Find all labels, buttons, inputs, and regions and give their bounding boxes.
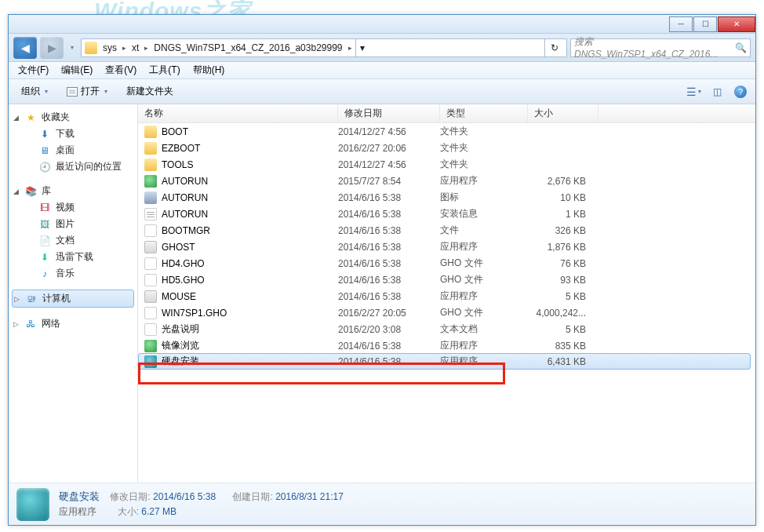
- file-row[interactable]: WIN7SP1.GHO2016/2/27 20:05GHO 文件4,000,24…: [138, 304, 755, 321]
- sidebar-favorites[interactable]: ◢★收藏夹: [9, 109, 137, 126]
- col-header-type[interactable]: 类型: [440, 104, 528, 122]
- file-row[interactable]: 镜像浏览2014/6/16 5:38应用程序835 KB: [138, 337, 755, 354]
- file-row[interactable]: AUTORUN2015/7/27 8:54应用程序2,676 KB: [138, 173, 755, 189]
- sidebar-libraries[interactable]: ◢📚库: [9, 183, 137, 199]
- sidebar-item-music[interactable]: ♪音乐: [9, 265, 137, 282]
- file-date: 2014/6/16 5:38: [338, 341, 440, 352]
- file-row[interactable]: GHOST2014/6/16 5:38应用程序1,876 KB: [138, 239, 755, 255]
- search-input[interactable]: 搜索 DNGS_Win7SP1_x64_CZ_2016... 🔍: [570, 38, 751, 57]
- file-row[interactable]: TOOLS2014/12/27 4:56文件夹: [138, 156, 755, 173]
- breadcrumb-drop[interactable]: ▾: [355, 38, 369, 57]
- breadcrumb-item[interactable]: xt: [129, 42, 141, 53]
- maximize-button[interactable]: ☐: [693, 16, 717, 32]
- file-row[interactable]: AUTORUN2014/6/16 5:38安装信息1 KB: [138, 206, 755, 222]
- chevron-right-icon[interactable]: ▸: [119, 44, 129, 52]
- preview-pane-button[interactable]: ◫: [708, 83, 726, 100]
- details-create-label: 创建日期:: [232, 491, 272, 502]
- sidebar-item-xunlei[interactable]: ⬇迅雷下载: [9, 249, 137, 265]
- file-row[interactable]: 光盘说明2016/2/20 3:08文本文档5 KB: [138, 321, 755, 337]
- file-row[interactable]: BOOT2014/12/27 4:56文件夹: [138, 123, 755, 140]
- file-size: 93 KB: [528, 275, 592, 286]
- sidebar-computer[interactable]: ▷🖳计算机: [12, 290, 134, 308]
- details-size-value: 6.27 MB: [141, 506, 176, 517]
- close-button[interactable]: ✕: [718, 16, 755, 32]
- refresh-button[interactable]: ↻: [544, 38, 563, 57]
- col-header-name[interactable]: 名称: [138, 104, 338, 122]
- sidebar-item-pictures[interactable]: 🖼图片: [9, 216, 137, 232]
- file-date: 2016/2/20 3:08: [338, 324, 440, 335]
- sidebar-network[interactable]: ▷🖧网络: [9, 315, 137, 332]
- breadcrumb-item[interactable]: DNGS_Win7SP1_x64_CZ_2016_a03b29999: [151, 42, 344, 53]
- open-button[interactable]: 打开▾: [60, 82, 114, 100]
- file-row[interactable]: HD5.GHO2014/6/16 5:38GHO 文件93 KB: [138, 271, 755, 288]
- file-icon: [144, 274, 157, 286]
- view-mode-button[interactable]: ☰▾: [685, 83, 702, 100]
- file-name: HD4.GHO: [162, 258, 205, 269]
- file-icon: [144, 290, 157, 303]
- file-size: 5 KB: [528, 324, 592, 335]
- menu-edit[interactable]: 编辑(E): [56, 62, 97, 78]
- menu-view[interactable]: 查看(V): [100, 62, 141, 78]
- view-icon: ☰: [686, 86, 697, 98]
- file-row[interactable]: 硬盘安装2014/6/16 5:38应用程序6,431 KB: [138, 353, 751, 370]
- file-name: TOOLS: [162, 159, 193, 170]
- file-type: 应用程序: [440, 290, 528, 303]
- sidebar-item-desktop[interactable]: 🖥桌面: [9, 142, 137, 159]
- file-type: GHO 文件: [440, 306, 528, 319]
- chevron-right-icon[interactable]: ▸: [141, 44, 151, 52]
- video-icon: 🎞: [38, 202, 51, 214]
- sidebar-item-recent[interactable]: 🕘最近访问的位置: [9, 159, 137, 175]
- details-filetype: 应用程序: [59, 506, 96, 517]
- details-pane: 硬盘安装 修改日期: 2014/6/16 5:38 创建日期: 2016/8/3…: [9, 483, 755, 525]
- sidebar-item-documents[interactable]: 📄文档: [9, 232, 137, 249]
- music-icon: ♪: [38, 268, 51, 280]
- chevron-down-icon: ▾: [104, 88, 107, 95]
- organize-button[interactable]: 组织▾: [15, 82, 54, 100]
- file-type: 应用程序: [440, 339, 528, 352]
- nav-history-drop[interactable]: ▾: [67, 37, 78, 59]
- sidebar-item-downloads[interactable]: ⬇下载: [9, 126, 137, 142]
- sidebar-item-videos[interactable]: 🎞视频: [9, 199, 137, 216]
- help-button[interactable]: ?: [732, 83, 749, 100]
- file-type: 文件夹: [440, 141, 528, 155]
- col-header-date[interactable]: 修改日期: [338, 104, 440, 122]
- file-row[interactable]: EZBOOT2016/2/27 20:06文件夹: [138, 140, 755, 156]
- file-date: 2014/12/27 4:56: [338, 126, 440, 137]
- menu-help[interactable]: 帮助(H): [188, 62, 230, 78]
- file-icon: [144, 323, 157, 336]
- file-row[interactable]: BOOTMGR2014/6/16 5:38文件326 KB: [138, 222, 755, 239]
- col-header-size[interactable]: 大小: [528, 104, 598, 122]
- file-type: GHO 文件: [440, 273, 528, 286]
- file-icon: [144, 191, 157, 204]
- computer-icon: 🖳: [25, 293, 38, 305]
- file-type: 文本文档: [440, 322, 528, 336]
- minimize-button[interactable]: ─: [669, 16, 693, 32]
- file-size: 1 KB: [528, 209, 592, 220]
- chevron-right-icon[interactable]: ▸: [345, 44, 355, 52]
- file-date: 2014/12/27 4:56: [338, 159, 440, 170]
- details-filename: 硬盘安装: [59, 490, 100, 502]
- twisty-icon: ▷: [14, 295, 20, 303]
- file-icon: [144, 257, 157, 270]
- file-row[interactable]: AUTORUN2014/6/16 5:38图标10 KB: [138, 189, 755, 206]
- file-date: 2014/6/16 5:38: [338, 242, 440, 253]
- file-name: GHOST: [162, 242, 195, 253]
- file-list-panel: 名称 修改日期 类型 大小 BOOT2014/12/27 4:56文件夹EZBO…: [138, 104, 755, 483]
- new-folder-button[interactable]: 新建文件夹: [120, 82, 180, 100]
- details-mod-label: 修改日期:: [110, 491, 150, 502]
- file-row[interactable]: HD4.GHO2014/6/16 5:38GHO 文件76 KB: [138, 255, 755, 271]
- menu-tools[interactable]: 工具(T): [144, 62, 184, 78]
- file-date: 2015/7/27 8:54: [338, 176, 440, 187]
- forward-button[interactable]: ▶: [40, 37, 64, 59]
- breadcrumb-bar[interactable]: sys ▸ xt ▸ DNGS_Win7SP1_x64_CZ_2016_a03b…: [81, 38, 567, 57]
- menu-file[interactable]: 文件(F): [13, 62, 53, 78]
- search-icon[interactable]: 🔍: [735, 42, 747, 53]
- file-row[interactable]: MOUSE2014/6/16 5:38应用程序5 KB: [138, 288, 755, 304]
- picture-icon: 🖼: [38, 218, 51, 231]
- file-icon: [144, 307, 157, 319]
- breadcrumb-item[interactable]: sys: [100, 42, 119, 53]
- back-button[interactable]: ◀: [13, 37, 37, 59]
- document-icon: 📄: [38, 235, 51, 247]
- file-name: BOOT: [162, 126, 188, 137]
- file-name: AUTORUN: [162, 176, 208, 187]
